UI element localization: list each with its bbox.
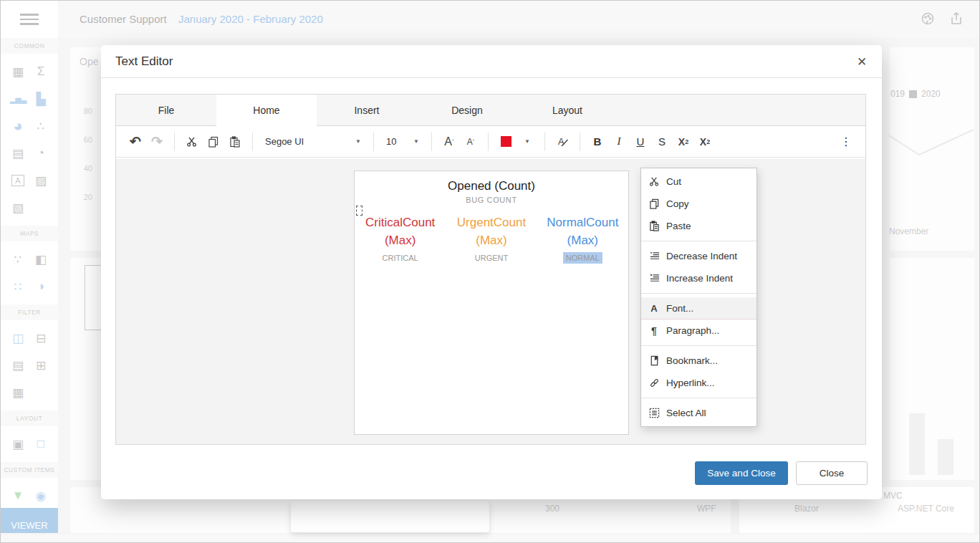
font-name-select[interactable]: Segoe UI ▼ — [259, 131, 367, 153]
font-size-select[interactable]: 10 ▼ — [380, 131, 425, 153]
menu-item-decrease-indent[interactable]: Decrease Indent — [641, 245, 756, 267]
paste-icon — [649, 221, 660, 231]
metric-critical: CriticalCount(Max) CRITICAL — [355, 213, 446, 264]
metrics-row: CriticalCount(Max) CRITICAL UrgentCount(… — [355, 213, 628, 264]
select-all-icon — [649, 408, 660, 418]
save-and-close-button[interactable]: Save and Close — [695, 461, 788, 485]
tab-home[interactable]: Home — [216, 95, 317, 127]
copy-button[interactable] — [203, 131, 224, 153]
svg-text:A: A — [558, 136, 565, 147]
menu-item-copy[interactable]: Copy — [641, 193, 756, 215]
paste-button[interactable] — [224, 131, 246, 153]
font-color-button[interactable] — [495, 131, 517, 153]
tab-layout[interactable]: Layout — [517, 95, 618, 126]
menu-separator — [641, 345, 756, 346]
metric-urgent: UrgentCount(Max) URGENT — [446, 213, 537, 264]
subscript-button[interactable]: X2 — [673, 131, 694, 153]
font-color-swatch — [501, 136, 511, 147]
copy-icon — [208, 136, 219, 148]
copy-icon — [649, 198, 660, 209]
font-size-value: 10 — [386, 136, 396, 147]
highlight-icon: A — [557, 135, 569, 148]
underline-button[interactable]: U — [630, 131, 651, 153]
increase-indent-icon — [649, 273, 660, 284]
font-color-dropdown[interactable]: ▼ — [517, 131, 538, 153]
menu-item-increase-indent[interactable]: Increase Indent — [641, 267, 756, 289]
tab-design[interactable]: Design — [417, 95, 517, 126]
paste-icon — [229, 136, 241, 148]
highlight-button[interactable]: A — [552, 131, 573, 153]
bold-button[interactable]: B — [587, 131, 608, 153]
chevron-down-icon: ▼ — [355, 138, 361, 145]
doc-subtitle: BUG COUNT — [355, 196, 628, 204]
menu-separator — [641, 293, 756, 294]
menu-item-paragraph[interactable]: ¶ Paragraph... — [641, 319, 756, 342]
cut-icon — [186, 136, 198, 148]
hyperlink-icon — [649, 378, 660, 388]
dialog-title: Text Editor — [115, 54, 173, 69]
edited-text-item-highlight — [291, 501, 489, 532]
menu-separator — [641, 241, 756, 241]
undo-button[interactable]: ↶ — [125, 131, 146, 153]
grow-font-button[interactable]: Aˆ — [438, 131, 460, 153]
doc-title: Opened (Count) — [355, 179, 628, 193]
chevron-down-icon: ▼ — [524, 138, 530, 145]
font-name-value: Segoe UI — [265, 136, 304, 147]
font-icon: A — [648, 302, 660, 314]
metric-caption: CRITICAL — [380, 252, 421, 264]
bookmark-icon — [649, 355, 660, 366]
cut-icon — [649, 176, 660, 187]
decrease-indent-icon — [649, 251, 660, 261]
menu-item-select-all[interactable]: Select All — [641, 402, 756, 424]
toolbar-overflow-button[interactable]: ⋮ — [835, 131, 857, 153]
superscript-button[interactable]: X2 — [694, 131, 716, 153]
metric-caption: URGENT — [472, 252, 511, 264]
close-button[interactable]: Close — [796, 461, 868, 485]
dialog-header: Text Editor ✕ — [101, 45, 882, 78]
text-editor-dialog: Text Editor ✕ File Home Insert Design La… — [101, 45, 882, 499]
ribbon-tabstrip: File Home Insert Design Layout — [116, 95, 865, 126]
redo-button[interactable]: ↷ — [146, 131, 168, 153]
menu-item-font[interactable]: A Font... — [641, 297, 756, 319]
close-icon[interactable]: ✕ — [853, 53, 870, 70]
menu-item-bookmark[interactable]: Bookmark... — [641, 350, 756, 372]
menu-separator — [641, 398, 756, 398]
strikethrough-button[interactable]: S — [651, 131, 673, 153]
metric-normal: NormalCount(Max) NORMAL — [537, 213, 628, 264]
dialog-footer: Save and Close Close — [695, 461, 868, 485]
italic-button[interactable]: I — [608, 131, 630, 153]
menu-item-cut[interactable]: Cut — [641, 170, 756, 193]
tab-file[interactable]: File — [116, 95, 216, 126]
drag-cursor-icon — [356, 206, 362, 216]
shrink-font-button[interactable]: Aˇ — [460, 131, 481, 153]
menu-item-paste[interactable]: Paste — [641, 215, 756, 237]
context-menu: Cut Copy Paste Decrease Indent Increase … — [640, 168, 757, 427]
ribbon-toolbar: ↶ ↷ Segoe UI ▼ — [116, 126, 865, 158]
menu-item-hyperlink[interactable]: Hyperlink... — [641, 372, 756, 394]
document-page[interactable]: Opened (Count) BUG COUNT CriticalCount(M… — [354, 170, 629, 435]
cut-button[interactable] — [181, 131, 203, 153]
metric-caption-selected: NORMAL — [563, 252, 602, 264]
tab-insert[interactable]: Insert — [317, 95, 417, 126]
chevron-down-icon: ▼ — [413, 138, 419, 145]
paragraph-icon: ¶ — [648, 325, 660, 337]
